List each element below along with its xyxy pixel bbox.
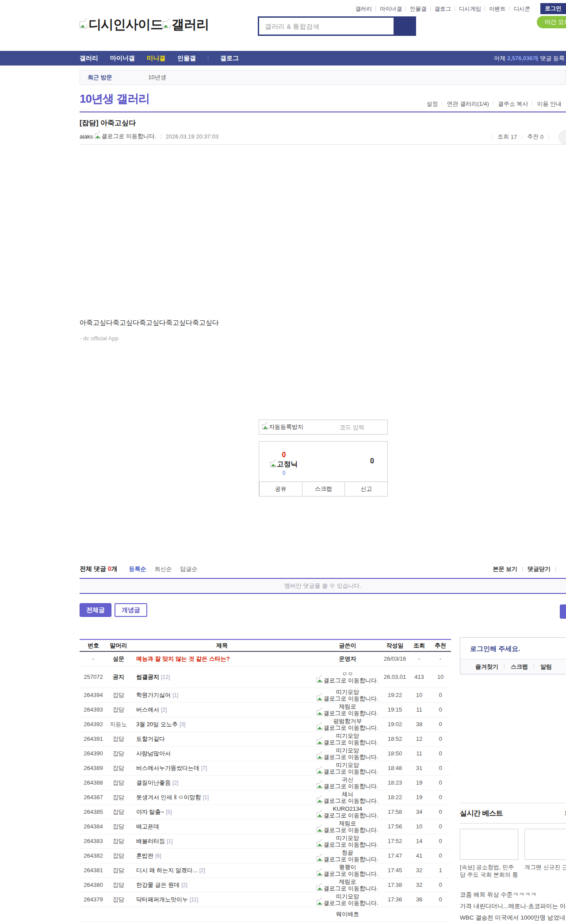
post-author[interactable]: aiaks xyxy=(80,133,93,140)
nav-link[interactable]: 미니갤 xyxy=(147,54,165,62)
post-link[interactable]: 닥터페퍼개노맛이누 xyxy=(136,896,188,903)
post-category[interactable]: 잡담 xyxy=(107,732,130,746)
author-name[interactable]: 띠기모앙 xyxy=(336,893,359,900)
topbar-link-anchor[interactable]: 갤로그 xyxy=(435,6,451,12)
author-name[interactable]: ㅇㅇ xyxy=(342,670,353,677)
post-link[interactable]: 야자 탈출~ xyxy=(136,808,164,815)
gallog-link[interactable]: 갤로그로 이동합니다. xyxy=(323,870,378,877)
topbar-link-anchor[interactable]: 인물갤 xyxy=(410,6,427,12)
gallog-link[interactable]: 갤로그로 이동합니다. xyxy=(323,812,378,819)
post-category[interactable]: 잡담 xyxy=(107,688,130,702)
post-link[interactable]: 3월 20일 오노추 xyxy=(136,721,178,728)
post-category[interactable]: 잡담 xyxy=(107,702,130,717)
topbar-link-anchor[interactable]: 마이너갤 xyxy=(380,6,402,12)
login-quick-link[interactable]: 알림 xyxy=(540,663,552,670)
post-link[interactable]: 배불러터짐 xyxy=(136,838,165,844)
gallog-link[interactable]: 갤로그로 이동합니다. xyxy=(323,783,378,789)
logo[interactable]: 디시인사이드 갤러리 xyxy=(80,16,209,34)
post-link[interactable]: 디시 왜 하는지 알겠다... xyxy=(136,867,198,874)
post-link[interactable]: 사람넘많아서 xyxy=(136,750,171,757)
gallog-link[interactable]: 갤로그로 이동합니다. xyxy=(323,827,378,833)
post-link[interactable]: 갤질이난좋음 xyxy=(136,779,171,786)
author-name[interactable]: 제림로 xyxy=(339,878,356,885)
post-link[interactable]: 한강물 글은 뭔데 xyxy=(136,882,180,888)
night-mode-button[interactable]: 야간 모드 xyxy=(537,16,566,28)
author-name[interactable]: 운영자 xyxy=(339,655,356,662)
best-news-link[interactable]: 가격 내린다더니...메로나·초코파이는 아니네요 xyxy=(460,903,566,909)
best-thumbnail[interactable] xyxy=(460,829,518,860)
best-caption[interactable]: [속보] 공소청법, 민주당 주도 국회 본회의 통과... xyxy=(460,863,518,878)
breadcrumb-current-gallery[interactable]: 10년생 xyxy=(148,74,166,81)
author-name[interactable]: 제림로 xyxy=(339,703,356,710)
post-category[interactable]: 잡담 xyxy=(107,863,130,878)
author-name[interactable]: KURO2134 xyxy=(333,805,362,812)
search-button[interactable] xyxy=(394,18,415,35)
author-name[interactable]: 평범함거부 xyxy=(333,718,362,724)
search-input[interactable] xyxy=(259,18,394,35)
author-name[interactable]: 체늬 xyxy=(342,791,353,797)
view-post-link[interactable]: 본문 보기 xyxy=(493,565,517,573)
author-name[interactable]: 띠기모앙 xyxy=(336,732,359,739)
gallog-link[interactable]: 갤로그로 이동합니다. xyxy=(323,724,378,731)
post-category[interactable]: 잡담 xyxy=(107,892,130,907)
topbar-link-anchor[interactable]: 이벤트 xyxy=(489,6,506,12)
gallog-link[interactable]: 갤로그로 이동합니다. xyxy=(323,754,378,760)
write-post-button[interactable]: 글쓰기 xyxy=(560,604,566,619)
topbar-link-anchor[interactable]: 갤러리 xyxy=(356,6,372,12)
author-name[interactable]: 청끝 xyxy=(342,849,353,856)
post-link[interactable]: 학원가기싫어 xyxy=(136,692,171,698)
post-category[interactable] xyxy=(107,907,130,921)
post-link[interactable]: 토할거같다 xyxy=(136,735,165,742)
post-link[interactable]: 못생겨서 인새ㅐㅇ이망함 xyxy=(136,794,201,801)
login-button[interactable]: 로그인 xyxy=(540,3,566,14)
post-link[interactable]: 버스에서 xyxy=(136,706,159,713)
post-link[interactable]: 씹갤공지 xyxy=(136,674,159,680)
best-news-link[interactable]: 코좀 해외 위상 수준ㅋㅋㅋㅋ xyxy=(460,891,536,898)
post-link[interactable]: 버스에서누가똥쌌다는데 xyxy=(136,765,199,771)
post-category[interactable]: 잡담 xyxy=(107,878,130,892)
author-name[interactable]: 띠기모앙 xyxy=(336,747,359,754)
tab-all-posts[interactable]: 전체글 xyxy=(80,603,111,617)
post-action-button[interactable]: 공유 xyxy=(259,482,302,496)
author-name[interactable]: 띠기모앙 xyxy=(336,835,359,841)
gallog-link[interactable]: 갤로그로 이동합니다. xyxy=(323,900,378,906)
post-category[interactable]: 잡담 xyxy=(107,775,130,790)
best-news-link[interactable]: WBC 결승전 미국에서 1000만명 넘었네요.jpg xyxy=(460,914,566,921)
post-category[interactable]: 지듣노 xyxy=(107,717,130,732)
gallery-utility-link[interactable]: 연관 갤러리(1/4) xyxy=(447,100,489,107)
gallog-link[interactable]: 갤로그로 이동합니다. xyxy=(323,710,378,716)
post-category[interactable]: 잡담 xyxy=(107,746,130,761)
close-comments-link[interactable]: 댓글닫기 xyxy=(528,565,551,573)
post-category[interactable]: 설문 xyxy=(107,651,130,666)
author-name[interactable]: 제림로 xyxy=(339,820,356,827)
post-link[interactable]: 배고픈데 xyxy=(136,823,159,830)
post-category[interactable]: 공지 xyxy=(107,666,130,688)
post-link[interactable]: 혼밥완 xyxy=(136,852,153,859)
post-category[interactable]: 잡담 xyxy=(107,848,130,863)
nav-link[interactable]: 마이너갤 xyxy=(110,54,135,62)
comment-sort-link[interactable]: 답글순 xyxy=(180,565,198,573)
author-name[interactable]: 귀신 xyxy=(342,776,353,783)
fixed-nick-vote[interactable]: 고정닉 xyxy=(259,460,309,469)
nav-link[interactable]: 갤로그 xyxy=(220,54,239,62)
author-name[interactable]: 띠기모앙 xyxy=(336,689,359,695)
topbar-link-anchor[interactable]: 디시콘 xyxy=(514,6,531,12)
topbar-link-anchor[interactable]: 디시게임 xyxy=(459,6,481,12)
gallog-link[interactable]: 갤로그로 이동합니다. xyxy=(323,768,378,775)
post-category[interactable]: 잡담 xyxy=(107,834,130,848)
comment-sort-link[interactable]: 최신순 xyxy=(155,565,172,573)
gallog-link[interactable]: 갤로그로 이동합니다. xyxy=(101,132,156,140)
post-category[interactable]: 잡담 xyxy=(107,761,130,775)
best-thumbnail[interactable] xyxy=(524,829,566,860)
gallery-utility-link[interactable]: 갤주소 복사 xyxy=(498,100,528,107)
post-category[interactable]: 잡담 xyxy=(107,805,130,819)
gallog-link[interactable]: 갤로그로 이동합니다. xyxy=(323,797,378,804)
nav-link[interactable]: 갤러리 xyxy=(80,54,98,62)
gallog-link[interactable]: 갤로그로 이동합니다. xyxy=(323,739,378,746)
login-quick-link[interactable]: 스크랩 xyxy=(511,663,528,670)
post-category[interactable]: 잡담 xyxy=(107,790,130,805)
gallog-link[interactable]: 갤로그로 이동합니다. xyxy=(323,885,378,892)
gallog-link[interactable]: 갤로그로 이동합니다. xyxy=(323,695,378,702)
post-category[interactable]: 잡담 xyxy=(107,819,130,834)
gallery-utility-link[interactable]: 이용 안내 xyxy=(537,100,562,107)
